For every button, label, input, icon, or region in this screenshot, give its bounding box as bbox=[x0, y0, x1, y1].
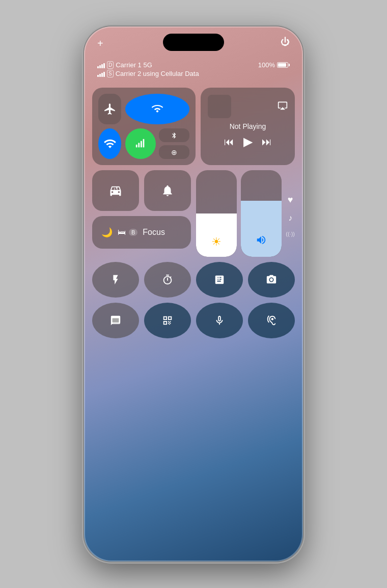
bottom-grid-row1 bbox=[92, 262, 295, 298]
carrier2-label: Carrier 2 using Cellular Data bbox=[116, 70, 199, 77]
bell-icon bbox=[161, 184, 174, 197]
sliders-pair: ☀ bbox=[196, 170, 282, 257]
airplane-icon bbox=[103, 102, 117, 116]
media-player-panel: Not Playing ⏮ ▶ ⏭ bbox=[201, 88, 295, 165]
svg-rect-1 bbox=[138, 143, 140, 147]
hotspot-icon bbox=[151, 102, 164, 116]
media-controls: ⏮ ▶ ⏭ bbox=[208, 135, 288, 149]
svg-rect-0 bbox=[136, 145, 137, 148]
dual-sim-badge2: S bbox=[107, 70, 114, 77]
brightness-icon: ☀ bbox=[211, 235, 222, 249]
volume-icon bbox=[256, 234, 267, 249]
row-2: ↺ 🌙 🛏 B Focus bbox=[92, 170, 295, 257]
qr-code-button[interactable] bbox=[144, 303, 191, 338]
add-widget-button[interactable]: + bbox=[97, 38, 103, 49]
bt-dots-col: ⊕ bbox=[159, 128, 189, 159]
media-top-row bbox=[208, 95, 288, 118]
svg-rect-3 bbox=[143, 139, 145, 148]
dots-icon: ⊕ bbox=[171, 148, 177, 156]
calculator-button[interactable] bbox=[196, 262, 243, 298]
airplane-mode-button[interactable] bbox=[98, 94, 121, 124]
focus-row: 🌙 🛏 B Focus bbox=[92, 216, 191, 249]
sliders-section: ☀ ♥ ♪ ((·)) bbox=[196, 170, 295, 257]
microphone-icon bbox=[214, 315, 225, 326]
wifi-hotspot-button[interactable] bbox=[125, 94, 189, 124]
svg-text:↺: ↺ bbox=[114, 186, 118, 192]
svg-rect-2 bbox=[141, 141, 142, 148]
rotation-lock-button[interactable]: ↺ bbox=[92, 170, 139, 211]
heart-icon: ♥ bbox=[288, 195, 293, 205]
airplay-icon bbox=[278, 100, 288, 111]
phone-frame: + ⏻ D Carrier 1 5G 100% bbox=[84, 26, 303, 562]
speaker-icon bbox=[256, 234, 267, 246]
music-note-icon: ♪ bbox=[288, 213, 292, 223]
play-button[interactable]: ▶ bbox=[243, 135, 253, 149]
wifi-button[interactable] bbox=[98, 128, 121, 159]
focus-button[interactable]: 🌙 🛏 B Focus bbox=[92, 216, 191, 249]
battery-percent: 100% bbox=[258, 61, 275, 69]
rewind-button[interactable]: ⏮ bbox=[224, 136, 234, 148]
bluetooth-icon bbox=[171, 131, 178, 140]
microphone-button[interactable] bbox=[196, 303, 243, 338]
bluetooth-button[interactable] bbox=[159, 128, 189, 142]
battery-icon bbox=[277, 62, 290, 68]
signal-bars-carrier2 bbox=[97, 71, 105, 77]
hearing-icon bbox=[266, 315, 277, 326]
not-playing-label: Not Playing bbox=[208, 122, 288, 130]
flashlight-button[interactable] bbox=[92, 262, 139, 298]
camera-button[interactable] bbox=[248, 262, 295, 298]
album-art bbox=[208, 95, 231, 118]
volume-slider[interactable] bbox=[241, 170, 282, 257]
brightness-slider[interactable]: ☀ bbox=[196, 170, 237, 257]
screen-mirror-icon bbox=[110, 315, 121, 326]
bottom-grid-row2 bbox=[92, 303, 295, 338]
focus-badge: B bbox=[129, 229, 137, 236]
cell-bluetooth-row: ⊕ bbox=[125, 128, 189, 159]
forward-button[interactable]: ⏭ bbox=[262, 136, 272, 148]
left-section: ↺ 🌙 🛏 B Focus bbox=[92, 170, 191, 257]
rotation-lock-icon: ↺ bbox=[108, 183, 123, 198]
power-icon: ⏻ bbox=[281, 37, 290, 47]
cellular-icon bbox=[135, 138, 146, 149]
status-bar: D Carrier 1 5G 100% S Carrier 2 using Ce… bbox=[84, 61, 303, 78]
signal-broadcast-icon: ((·)) bbox=[286, 231, 295, 237]
camera-icon bbox=[266, 274, 277, 285]
focus-dots-button[interactable]: ⊕ bbox=[159, 145, 189, 159]
wifi-icon bbox=[103, 137, 117, 150]
connectivity-panel: ⊕ bbox=[92, 88, 196, 165]
moon-icon: 🌙 bbox=[101, 227, 113, 238]
dual-sim-badge1: D bbox=[107, 61, 114, 69]
hearing-button[interactable] bbox=[248, 303, 295, 338]
focus-label: Focus bbox=[143, 228, 165, 237]
side-icons: ♥ ♪ ((·)) bbox=[286, 191, 295, 237]
carrier1-label: Carrier 1 5G bbox=[116, 61, 152, 69]
control-center: ⊕ Not Playing bbox=[92, 88, 295, 338]
row-connectivity-media: ⊕ Not Playing bbox=[92, 88, 295, 165]
svg-rect-5 bbox=[113, 318, 119, 322]
screen-mirror-button[interactable] bbox=[92, 303, 139, 338]
silent-mode-button[interactable] bbox=[144, 170, 191, 211]
qr-code-icon bbox=[162, 315, 173, 326]
lock-bell-row: ↺ bbox=[92, 170, 191, 211]
bed-icon: 🛏 bbox=[118, 228, 126, 237]
airplay-button[interactable] bbox=[278, 100, 288, 113]
signal-bars-carrier1 bbox=[97, 62, 105, 68]
cellular-data-button[interactable] bbox=[125, 128, 156, 159]
calculator-icon bbox=[214, 274, 225, 285]
flashlight-icon bbox=[110, 274, 121, 285]
timer-icon bbox=[162, 274, 173, 285]
timer-button[interactable] bbox=[144, 262, 191, 298]
dynamic-island bbox=[163, 34, 224, 51]
